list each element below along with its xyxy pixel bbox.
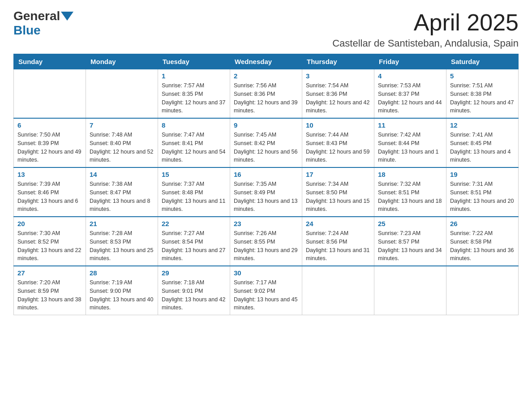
day-info: Sunrise: 7:23 AMSunset: 8:57 PMDaylight:… — [378, 229, 442, 263]
calendar-cell: 20Sunrise: 7:30 AMSunset: 8:52 PMDayligh… — [14, 217, 86, 266]
day-info: Sunrise: 7:41 AMSunset: 8:45 PMDaylight:… — [450, 131, 515, 164]
day-info: Sunrise: 7:32 AMSunset: 8:51 PMDaylight:… — [378, 180, 442, 214]
day-of-week-header: Friday — [374, 54, 446, 69]
day-info: Sunrise: 7:34 AMSunset: 8:50 PMDaylight:… — [306, 180, 370, 214]
calendar-week-row: 1Sunrise: 7:57 AMSunset: 8:35 PMDaylight… — [14, 69, 519, 119]
calendar-cell — [374, 266, 446, 315]
day-number: 27 — [17, 269, 82, 277]
day-info: Sunrise: 7:39 AMSunset: 8:46 PMDaylight:… — [17, 180, 82, 214]
day-info: Sunrise: 7:26 AMSunset: 8:55 PMDaylight:… — [234, 229, 298, 263]
calendar-cell: 5Sunrise: 7:51 AMSunset: 8:38 PMDaylight… — [446, 69, 519, 119]
day-info: Sunrise: 7:54 AMSunset: 8:36 PMDaylight:… — [306, 81, 370, 115]
calendar-cell: 15Sunrise: 7:37 AMSunset: 8:48 PMDayligh… — [158, 167, 230, 217]
day-of-week-header: Sunday — [14, 54, 86, 69]
day-info: Sunrise: 7:27 AMSunset: 8:54 PMDaylight:… — [162, 229, 226, 263]
calendar-cell: 2Sunrise: 7:56 AMSunset: 8:36 PMDaylight… — [230, 69, 302, 119]
calendar-cell: 9Sunrise: 7:45 AMSunset: 8:42 PMDaylight… — [230, 118, 302, 167]
logo: General Blue — [13, 9, 74, 38]
day-info: Sunrise: 7:42 AMSunset: 8:44 PMDaylight:… — [378, 131, 442, 164]
calendar-cell: 30Sunrise: 7:17 AMSunset: 9:02 PMDayligh… — [230, 266, 302, 315]
calendar-cell: 26Sunrise: 7:22 AMSunset: 8:58 PMDayligh… — [446, 217, 519, 266]
day-info: Sunrise: 7:17 AMSunset: 9:02 PMDaylight:… — [234, 278, 298, 312]
day-info: Sunrise: 7:56 AMSunset: 8:36 PMDaylight:… — [234, 81, 298, 115]
day-of-week-header: Saturday — [446, 54, 519, 69]
day-number: 7 — [90, 121, 154, 129]
day-info: Sunrise: 7:31 AMSunset: 8:51 PMDaylight:… — [450, 180, 515, 214]
day-info: Sunrise: 7:44 AMSunset: 8:43 PMDaylight:… — [306, 131, 370, 164]
calendar-cell: 19Sunrise: 7:31 AMSunset: 8:51 PMDayligh… — [446, 167, 519, 217]
day-number: 26 — [450, 220, 515, 227]
day-number: 20 — [17, 220, 82, 227]
day-number: 12 — [450, 121, 515, 129]
calendar-cell: 28Sunrise: 7:19 AMSunset: 9:00 PMDayligh… — [86, 266, 158, 315]
calendar-cell: 24Sunrise: 7:24 AMSunset: 8:56 PMDayligh… — [302, 217, 374, 266]
day-number: 1 — [162, 72, 226, 80]
title-section: April 2025 Castellar de Santisteban, And… — [332, 9, 519, 49]
day-info: Sunrise: 7:19 AMSunset: 9:00 PMDaylight:… — [90, 278, 154, 312]
calendar-cell: 1Sunrise: 7:57 AMSunset: 8:35 PMDaylight… — [158, 69, 230, 119]
calendar-cell: 11Sunrise: 7:42 AMSunset: 8:44 PMDayligh… — [374, 118, 446, 167]
day-number: 21 — [90, 220, 154, 227]
day-info: Sunrise: 7:45 AMSunset: 8:42 PMDaylight:… — [234, 131, 298, 164]
calendar-table: SundayMondayTuesdayWednesdayThursdayFrid… — [13, 54, 519, 315]
day-of-week-header: Thursday — [302, 54, 374, 69]
day-of-week-header: Tuesday — [158, 54, 230, 69]
day-number: 11 — [378, 121, 442, 129]
day-info: Sunrise: 7:28 AMSunset: 8:53 PMDaylight:… — [90, 229, 154, 263]
calendar-cell: 13Sunrise: 7:39 AMSunset: 8:46 PMDayligh… — [14, 167, 86, 217]
logo-general-text: General — [13, 9, 60, 23]
day-number: 5 — [450, 72, 515, 80]
calendar-cell: 14Sunrise: 7:38 AMSunset: 8:47 PMDayligh… — [86, 167, 158, 217]
day-number: 2 — [234, 72, 298, 80]
calendar-cell: 17Sunrise: 7:34 AMSunset: 8:50 PMDayligh… — [302, 167, 374, 217]
calendar-cell — [86, 69, 158, 119]
calendar-week-row: 20Sunrise: 7:30 AMSunset: 8:52 PMDayligh… — [14, 217, 519, 266]
day-info: Sunrise: 7:35 AMSunset: 8:49 PMDaylight:… — [234, 180, 298, 214]
day-number: 19 — [450, 171, 515, 178]
day-number: 8 — [162, 121, 226, 129]
day-info: Sunrise: 7:30 AMSunset: 8:52 PMDaylight:… — [17, 229, 82, 263]
calendar-cell: 12Sunrise: 7:41 AMSunset: 8:45 PMDayligh… — [446, 118, 519, 167]
day-of-week-header: Monday — [86, 54, 158, 69]
day-number: 23 — [234, 220, 298, 227]
calendar-cell: 18Sunrise: 7:32 AMSunset: 8:51 PMDayligh… — [374, 167, 446, 217]
day-number: 17 — [306, 171, 370, 178]
calendar-week-row: 6Sunrise: 7:50 AMSunset: 8:39 PMDaylight… — [14, 118, 519, 167]
calendar-cell: 25Sunrise: 7:23 AMSunset: 8:57 PMDayligh… — [374, 217, 446, 266]
logo-blue-text: Blue — [13, 23, 41, 37]
page-header: General Blue April 2025 Castellar de San… — [13, 9, 519, 49]
calendar-week-row: 13Sunrise: 7:39 AMSunset: 8:46 PMDayligh… — [14, 167, 519, 217]
day-number: 3 — [306, 72, 370, 80]
day-number: 22 — [162, 220, 226, 227]
day-info: Sunrise: 7:48 AMSunset: 8:40 PMDaylight:… — [90, 131, 154, 164]
day-number: 28 — [90, 269, 154, 277]
calendar-cell: 29Sunrise: 7:18 AMSunset: 9:01 PMDayligh… — [158, 266, 230, 315]
day-info: Sunrise: 7:24 AMSunset: 8:56 PMDaylight:… — [306, 229, 370, 263]
day-number: 15 — [162, 171, 226, 178]
calendar-header: SundayMondayTuesdayWednesdayThursdayFrid… — [14, 54, 519, 69]
calendar-cell — [446, 266, 519, 315]
logo-triangle-icon — [61, 12, 73, 21]
day-info: Sunrise: 7:38 AMSunset: 8:47 PMDaylight:… — [90, 180, 154, 214]
day-info: Sunrise: 7:51 AMSunset: 8:38 PMDaylight:… — [450, 81, 515, 115]
calendar-cell: 3Sunrise: 7:54 AMSunset: 8:36 PMDaylight… — [302, 69, 374, 119]
month-title: April 2025 — [332, 9, 519, 36]
day-number: 25 — [378, 220, 442, 227]
calendar-cell: 27Sunrise: 7:20 AMSunset: 8:59 PMDayligh… — [14, 266, 86, 315]
day-number: 30 — [234, 269, 298, 277]
calendar-cell: 16Sunrise: 7:35 AMSunset: 8:49 PMDayligh… — [230, 167, 302, 217]
day-info: Sunrise: 7:57 AMSunset: 8:35 PMDaylight:… — [162, 81, 226, 115]
calendar-cell: 10Sunrise: 7:44 AMSunset: 8:43 PMDayligh… — [302, 118, 374, 167]
day-number: 13 — [17, 171, 82, 178]
day-number: 4 — [378, 72, 442, 80]
calendar-body: 1Sunrise: 7:57 AMSunset: 8:35 PMDaylight… — [14, 69, 519, 315]
calendar-cell — [302, 266, 374, 315]
day-number: 9 — [234, 121, 298, 129]
calendar-cell: 21Sunrise: 7:28 AMSunset: 8:53 PMDayligh… — [86, 217, 158, 266]
calendar-cell: 7Sunrise: 7:48 AMSunset: 8:40 PMDaylight… — [86, 118, 158, 167]
day-info: Sunrise: 7:50 AMSunset: 8:39 PMDaylight:… — [17, 131, 82, 164]
day-number: 24 — [306, 220, 370, 227]
day-number: 16 — [234, 171, 298, 178]
calendar-cell: 4Sunrise: 7:53 AMSunset: 8:37 PMDaylight… — [374, 69, 446, 119]
day-number: 18 — [378, 171, 442, 178]
